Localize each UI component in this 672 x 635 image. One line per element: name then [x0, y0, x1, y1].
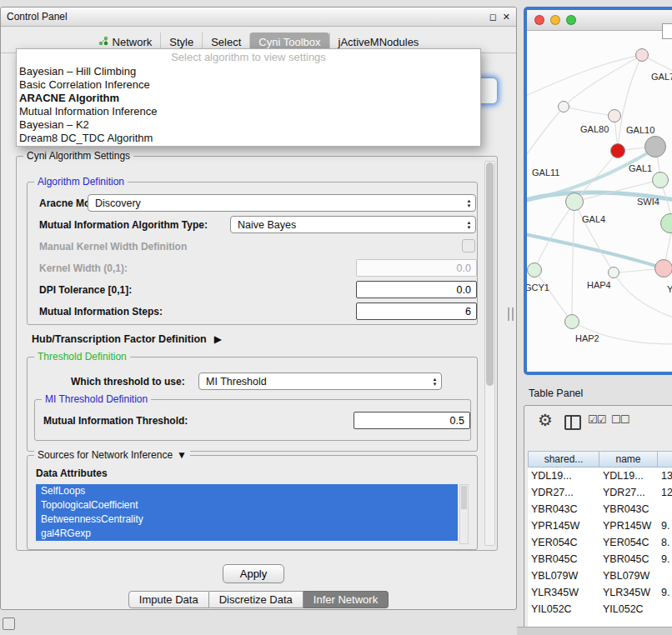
table-row[interactable]: YPR145WYPR145W9. — [528, 518, 672, 534]
attribute-item[interactable]: gal4RGexp — [36, 527, 458, 541]
attribute-list: SelfLoopsTopologicalCoefficientBetweenne… — [36, 484, 458, 544]
minimize-traffic-light[interactable] — [550, 15, 560, 25]
table-cell: YDL19... — [599, 470, 658, 482]
network-node[interactable] — [565, 192, 584, 211]
network-edge[interactable] — [564, 107, 614, 116]
group-legend: MI Threshold Definition — [42, 393, 151, 405]
panel-splitter-handle[interactable] — [508, 308, 514, 321]
network-scrollbar-corner[interactable] — [662, 23, 672, 39]
network-node[interactable] — [558, 101, 569, 112]
network-titlebar[interactable] — [527, 10, 672, 31]
control-panel-window: Control Panel ◻ ✕ NetworkStyleSelectCyni… — [0, 7, 517, 610]
apply-button[interactable]: Apply — [223, 564, 284, 583]
aracne-mode-select[interactable]: Discovery — [88, 194, 476, 212]
table-cell: 9. — [658, 520, 672, 532]
algorithm-option[interactable]: Bayesian – K2 — [17, 118, 480, 132]
clear-checkboxes-icon[interactable]: ☐☐ — [611, 413, 629, 426]
node-table: shared...name YDL19...YDL19...13YDR27...… — [528, 451, 672, 634]
network-node[interactable] — [527, 262, 542, 278]
network-node[interactable] — [644, 136, 666, 158]
network-edge[interactable] — [618, 55, 642, 151]
gear-icon[interactable]: ⚙ — [538, 410, 553, 430]
table-cell: YBR045C — [599, 553, 658, 565]
attribute-list-scrollbar[interactable] — [459, 484, 469, 544]
algorithm-option[interactable]: Mutual Information Inference — [17, 105, 480, 118]
column-header[interactable]: shared... — [528, 451, 599, 468]
algorithm-option[interactable]: ARACNE Algorithm — [17, 92, 480, 105]
table-row[interactable]: YBL079WYBL079W — [528, 568, 672, 584]
network-edge[interactable] — [564, 55, 642, 107]
table-row[interactable]: YDR27...YDR27...12 — [528, 484, 672, 501]
network-edge[interactable] — [574, 202, 614, 272]
network-edge[interactable] — [527, 55, 642, 98]
table-cell: YPR145W — [599, 520, 658, 532]
table-row[interactable]: YDL19...YDL19...13 — [528, 468, 672, 484]
close-traffic-light[interactable] — [534, 15, 544, 25]
mi-steps-input[interactable] — [356, 302, 477, 320]
bottom-tab-bar: Impute DataDiscretize DataInfer Network — [1, 591, 516, 608]
network-node[interactable] — [654, 259, 672, 278]
table-row[interactable]: YER054CYER054C8. — [528, 534, 672, 551]
table-cell: YBR045C — [528, 553, 599, 565]
network-canvas[interactable]: GAL7GAL80GAL10GAL11GAL1SWI4GAL4GCY1HAP4H… — [527, 30, 672, 372]
table-cell: YBL079W — [599, 570, 658, 582]
mi-algorithm-type-select[interactable]: Naive Bayes — [230, 216, 476, 233]
dpi-tolerance-label: DPI Tolerance [0,1]: — [39, 284, 132, 296]
table-columns-icon[interactable] — [564, 415, 581, 430]
table-row[interactable]: YIL052CYIL052C — [528, 601, 672, 618]
network-edge[interactable] — [527, 107, 564, 163]
attribute-item[interactable]: SelfLoops — [36, 484, 458, 498]
algorithm-option[interactable]: Bayesian – Hill Climbing — [17, 65, 480, 78]
docked-panel-icon[interactable] — [3, 618, 15, 630]
table-panel-window: ⚙ ☑☑ ☐☐ shared...name YDL19...YDL19...13… — [524, 405, 672, 635]
dropdown-placeholder: Select algorithm to view settings — [17, 51, 480, 65]
node-label: HAP2 — [575, 333, 599, 343]
table-cell: YIL052C — [599, 603, 658, 615]
algorithm-option[interactable]: Dream8 DC_TDC Algorithm — [17, 132, 480, 145]
network-edge[interactable] — [572, 202, 574, 322]
bottom-tab-discretize-data[interactable]: Discretize Data — [209, 591, 303, 608]
table-row[interactable]: YBR045CYBR045C9. — [528, 551, 672, 568]
table-cell: YER054C — [599, 537, 658, 548]
network-node[interactable] — [635, 48, 649, 62]
scrollbar-thumb[interactable] — [486, 162, 494, 386]
attribute-item[interactable]: TopologicalCoefficient — [36, 498, 458, 512]
settings-scrollbar[interactable] — [484, 161, 495, 546]
table-cell: YER054C — [528, 537, 599, 548]
zoom-traffic-light[interactable] — [566, 15, 576, 25]
network-node[interactable] — [608, 109, 621, 122]
table-cell: 8. — [658, 537, 672, 548]
network-edge[interactable] — [534, 202, 574, 270]
threshold-type-select[interactable]: MI Threshold — [198, 372, 442, 390]
scrollbar-thumb[interactable] — [461, 486, 467, 509]
network-edge[interactable] — [527, 233, 664, 268]
network-node[interactable] — [652, 172, 669, 188]
hub-section-toggle[interactable]: Hub/Transcription Factor Definition ▶ — [32, 333, 222, 345]
column-header[interactable] — [658, 451, 672, 468]
network-edge[interactable] — [614, 272, 672, 323]
table-cell: 9. — [658, 553, 672, 565]
float-window-icon[interactable]: ◻ — [489, 12, 497, 22]
table-row[interactable]: YBR043CYBR043C — [528, 501, 672, 518]
bottom-tab-infer-network[interactable]: Infer Network — [303, 591, 389, 608]
table-row[interactable]: YLR345WYLR345W9. — [528, 584, 672, 601]
which-threshold-label: Which threshold to use: — [71, 376, 185, 388]
dpi-tolerance-input[interactable] — [356, 281, 477, 298]
bottom-tab-impute-data[interactable]: Impute Data — [128, 591, 209, 608]
attribute-item[interactable]: BetweennessCentrality — [36, 512, 458, 527]
close-panel-icon[interactable]: ✕ — [503, 12, 510, 22]
node-label: GAL10 — [626, 125, 654, 135]
column-header[interactable]: name — [599, 451, 658, 468]
mi-threshold-group: MI Threshold Definition Mutual Informati… — [34, 399, 471, 441]
select-all-checkboxes-icon[interactable]: ☑☑ — [588, 413, 605, 426]
network-node[interactable] — [610, 143, 625, 158]
network-edge[interactable] — [534, 270, 572, 322]
algorithm-option[interactable]: Basic Correlation Inference — [17, 78, 480, 92]
tab-label: jActiveMNodules — [339, 36, 419, 48]
network-node[interactable] — [564, 314, 579, 329]
collapse-arrow-icon[interactable]: ▼ — [177, 449, 187, 461]
network-node[interactable] — [608, 267, 619, 278]
kernel-width-input — [356, 259, 477, 277]
mi-type-label: Mutual Information Algorithm Type: — [39, 219, 208, 231]
mi-threshold-input[interactable] — [354, 412, 470, 429]
